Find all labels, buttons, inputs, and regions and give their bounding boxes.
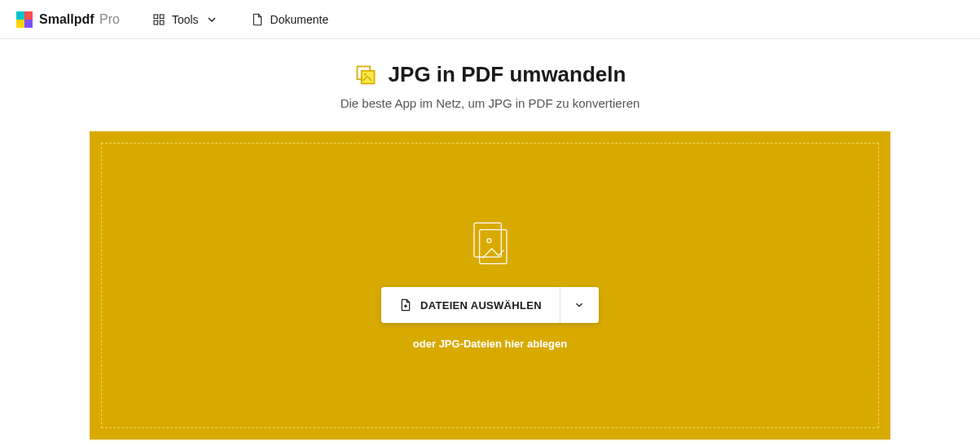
nav-documents[interactable]: Dokumente xyxy=(251,13,329,26)
svg-rect-1 xyxy=(160,15,164,19)
svg-rect-0 xyxy=(154,15,158,19)
brand-logo-icon xyxy=(16,11,33,28)
dropzone-hint: oder JPG-Dateien hier ablegen xyxy=(413,338,567,350)
chevron-down-icon xyxy=(205,13,218,26)
svg-rect-8 xyxy=(479,230,506,264)
svg-rect-3 xyxy=(160,20,164,24)
document-icon xyxy=(251,13,264,26)
brand[interactable]: Smallpdf Pro xyxy=(16,11,120,28)
nav-tools-label: Tools xyxy=(172,13,199,26)
choose-files-dropdown[interactable] xyxy=(560,287,599,323)
page-hero: JPG in PDF umwandeln Die beste App im Ne… xyxy=(0,39,980,125)
dropzone-illustration xyxy=(468,220,512,272)
file-picker-row: DATEIEN AUSWÄHLEN xyxy=(381,287,599,323)
image-stack-icon xyxy=(468,220,512,269)
brand-tier: Pro xyxy=(99,12,120,26)
nav-tools[interactable]: Tools xyxy=(152,13,218,26)
choose-files-label: DATEIEN AUSWÄHLEN xyxy=(420,299,542,312)
header-bar: Smallpdf Pro Tools Dokumente xyxy=(0,0,980,39)
header-nav: Tools Dokumente xyxy=(152,13,328,26)
page-title: JPG in PDF umwandeln xyxy=(389,62,626,87)
svg-point-6 xyxy=(363,73,366,75)
svg-rect-2 xyxy=(154,20,158,24)
nav-documents-label: Dokumente xyxy=(270,13,329,26)
page-subtitle: Die beste App im Netz, um JPG in PDF zu … xyxy=(0,96,980,110)
svg-rect-7 xyxy=(474,223,501,257)
dropzone[interactable]: DATEIEN AUSWÄHLEN oder JPG-Dateien hier … xyxy=(101,143,879,428)
brand-name: Smallpdf xyxy=(39,12,94,26)
svg-point-9 xyxy=(486,239,490,243)
choose-files-button[interactable]: DATEIEN AUSWÄHLEN xyxy=(381,287,560,323)
chevron-down-icon xyxy=(573,299,585,311)
file-add-icon xyxy=(399,298,412,312)
grid-icon xyxy=(152,13,165,26)
dropzone-container: DATEIEN AUSWÄHLEN oder JPG-Dateien hier … xyxy=(90,131,890,440)
jpg-to-pdf-icon xyxy=(354,64,377,86)
